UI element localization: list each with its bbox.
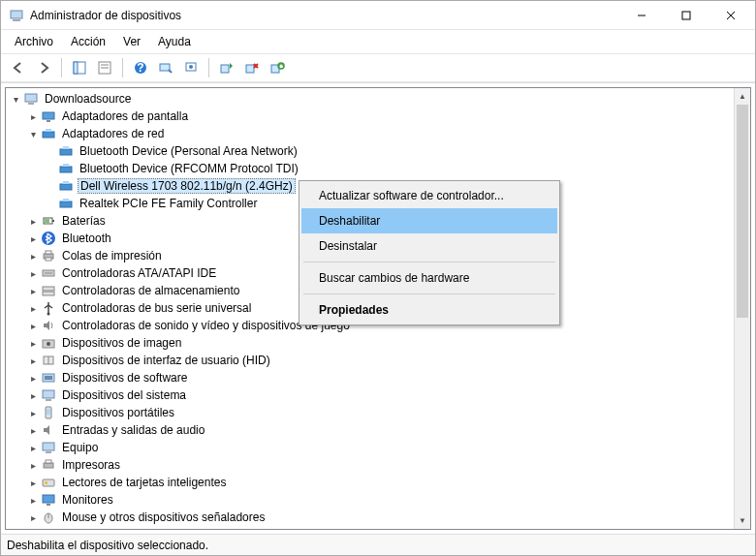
svg-rect-58 bbox=[44, 463, 53, 468]
tree-item[interactable]: ▸ Dispositivos portátiles bbox=[6, 404, 750, 421]
show-hide-tree-button[interactable] bbox=[68, 56, 91, 79]
disable-device-button[interactable] bbox=[240, 56, 264, 79]
expand-icon[interactable]: ▸ bbox=[27, 477, 39, 488]
tree-item[interactable]: ▸ Mouse y otros dispositivos señaladores bbox=[6, 509, 750, 526]
expand-icon[interactable]: ▸ bbox=[27, 355, 39, 366]
svg-rect-39 bbox=[46, 251, 51, 254]
tree-item[interactable]: ▸ Monitores bbox=[6, 491, 750, 509]
smartcard-icon bbox=[41, 475, 56, 490]
expand-icon[interactable]: ▸ bbox=[27, 529, 39, 530]
collapse-icon[interactable]: ▾ bbox=[27, 128, 39, 139]
svg-rect-35 bbox=[52, 220, 54, 222]
svg-rect-13 bbox=[160, 64, 170, 71]
tree-item[interactable]: ▸ Equipo bbox=[6, 439, 750, 456]
expand-icon[interactable]: ▸ bbox=[27, 372, 39, 384]
tree-item[interactable]: ▸ Entradas y salidas de audio bbox=[6, 421, 750, 439]
tree-item[interactable]: ▸ Impresoras bbox=[6, 456, 750, 474]
tree-item[interactable]: ▸ Dispositivos de interfaz de usuario (H… bbox=[6, 352, 750, 369]
menu-scan-hardware[interactable]: Buscar cambios de hardware bbox=[301, 265, 557, 291]
tree-item[interactable]: ▸ Dispositivos del sistema bbox=[6, 386, 750, 404]
menu-accion[interactable]: Acción bbox=[63, 32, 113, 51]
tree-label: Dispositivos portátiles bbox=[60, 406, 176, 419]
menu-ver[interactable]: Ver bbox=[115, 32, 148, 51]
forward-button[interactable] bbox=[32, 56, 55, 79]
network-adapter-icon bbox=[58, 196, 74, 211]
expand-icon[interactable]: ▸ bbox=[27, 494, 39, 506]
expand-icon[interactable]: ▸ bbox=[27, 232, 39, 244]
network-adapter-icon bbox=[41, 126, 56, 141]
uninstall-button[interactable] bbox=[266, 56, 289, 79]
maximize-button[interactable] bbox=[664, 1, 709, 30]
svg-rect-33 bbox=[63, 199, 69, 201]
expand-icon[interactable]: ▸ bbox=[27, 267, 39, 279]
imaging-icon bbox=[41, 335, 56, 351]
expand-icon[interactable]: ▸ bbox=[27, 511, 39, 523]
svg-rect-3 bbox=[682, 12, 690, 19]
properties-button[interactable] bbox=[93, 56, 116, 79]
menu-separator bbox=[303, 293, 555, 294]
collapse-icon[interactable]: ▾ bbox=[10, 93, 21, 105]
close-button[interactable] bbox=[709, 1, 753, 30]
tree-item[interactable]: Bluetooth Device (Personal Area Network) bbox=[6, 142, 750, 160]
svg-rect-0 bbox=[11, 11, 22, 18]
expand-icon[interactable]: ▸ bbox=[27, 442, 39, 453]
back-button[interactable] bbox=[7, 56, 30, 79]
expand-icon[interactable]: ▸ bbox=[27, 459, 39, 471]
svg-rect-44 bbox=[43, 292, 54, 295]
svg-rect-7 bbox=[74, 62, 78, 74]
window-title: Administrador de dispositivos bbox=[30, 9, 619, 22]
expand-icon[interactable]: ▸ bbox=[27, 110, 39, 122]
expand-icon[interactable]: ▸ bbox=[27, 389, 39, 401]
svg-rect-63 bbox=[47, 504, 50, 506]
tree-item[interactable]: ▸ Dispositivos de imagen bbox=[6, 334, 750, 352]
vertical-scrollbar[interactable]: ▲ ▼ bbox=[734, 88, 750, 529]
tree-label: Downloadsource bbox=[43, 92, 133, 106]
scroll-thumb[interactable] bbox=[737, 105, 748, 318]
tree-label: Adaptadores de pantalla bbox=[60, 109, 190, 123]
svg-rect-16 bbox=[221, 65, 229, 73]
menu-properties[interactable]: Propiedades bbox=[301, 297, 557, 323]
expand-icon[interactable]: ▸ bbox=[27, 215, 39, 227]
update-driver-button[interactable] bbox=[215, 56, 238, 79]
menu-disable[interactable]: Deshabilitar bbox=[301, 208, 557, 233]
tree-item[interactable]: ▸ Procesadores bbox=[6, 526, 750, 530]
expand-icon[interactable]: ▸ bbox=[27, 424, 39, 436]
svg-rect-53 bbox=[46, 399, 51, 401]
devices-button[interactable] bbox=[179, 56, 203, 79]
svg-rect-43 bbox=[43, 287, 54, 291]
menu-archivo[interactable]: Archivo bbox=[7, 32, 61, 51]
scroll-down-icon[interactable]: ▼ bbox=[735, 512, 750, 529]
help-button[interactable]: ? bbox=[129, 56, 152, 79]
audio-io-icon bbox=[41, 422, 56, 438]
svg-rect-27 bbox=[63, 146, 69, 149]
status-text: Deshabilita el dispositivo seleccionado. bbox=[7, 539, 208, 552]
tree-item[interactable]: ▸ Lectores de tarjetas inteligentes bbox=[6, 474, 750, 491]
scan-button[interactable] bbox=[154, 56, 177, 79]
portable-icon bbox=[41, 405, 56, 420]
minimize-button[interactable] bbox=[619, 1, 664, 30]
expand-icon[interactable]: ▸ bbox=[27, 250, 39, 262]
svg-rect-51 bbox=[45, 376, 52, 380]
expand-icon[interactable]: ▸ bbox=[27, 407, 39, 418]
storage-icon bbox=[41, 283, 56, 298]
tree-root[interactable]: ▾ Downloadsource bbox=[6, 90, 750, 108]
scroll-up-icon[interactable]: ▲ bbox=[735, 88, 750, 105]
svg-rect-55 bbox=[47, 409, 50, 415]
svg-rect-17 bbox=[246, 65, 254, 73]
expand-icon[interactable]: ▸ bbox=[27, 285, 39, 296]
tree-label: Impresoras bbox=[60, 458, 122, 472]
menu-ayuda[interactable]: Ayuda bbox=[150, 32, 199, 51]
menu-update-driver[interactable]: Actualizar software de controlador... bbox=[301, 183, 557, 208]
tree-item[interactable]: Bluetooth Device (RFCOMM Protocol TDI) bbox=[6, 160, 750, 177]
titlebar: Administrador de dispositivos bbox=[1, 1, 755, 30]
toolbar-separator bbox=[61, 58, 62, 77]
expand-icon[interactable]: ▸ bbox=[27, 302, 39, 314]
expand-icon[interactable]: ▸ bbox=[27, 337, 39, 349]
tree-item[interactable]: ▸ Adaptadores de pantalla bbox=[6, 108, 750, 125]
tree-item[interactable]: ▾ Adaptadores de red bbox=[6, 125, 750, 142]
menu-separator bbox=[303, 262, 555, 263]
spacer bbox=[45, 163, 56, 174]
expand-icon[interactable]: ▸ bbox=[27, 320, 39, 331]
tree-item[interactable]: ▸ Dispositivos de software bbox=[6, 369, 750, 386]
menu-uninstall[interactable]: Desinstalar bbox=[301, 233, 557, 259]
